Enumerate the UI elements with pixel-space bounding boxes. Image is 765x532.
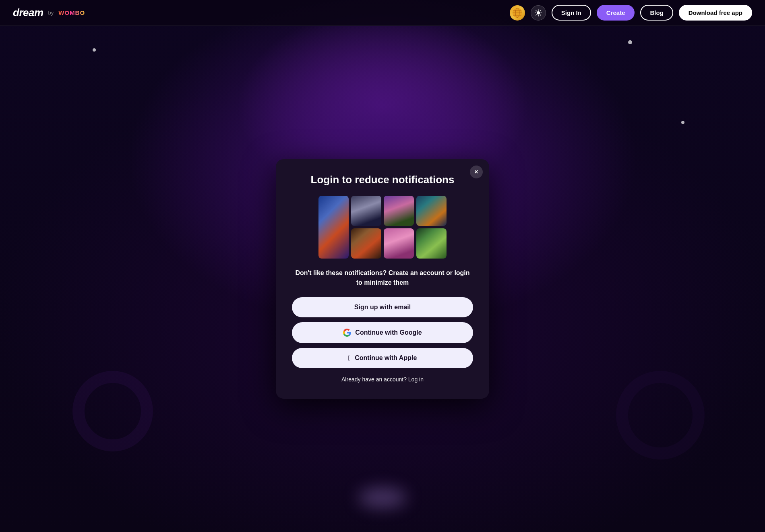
theme-toggle-button[interactable] bbox=[531, 5, 546, 21]
artwork-castle bbox=[318, 196, 349, 259]
svg-line-12 bbox=[540, 10, 540, 11]
navbar-logo: dream by WOMBO bbox=[13, 6, 85, 19]
login-link[interactable]: Already have an account? Log in bbox=[292, 376, 473, 383]
login-modal: × Login to reduce notifications Don't li… bbox=[276, 159, 489, 399]
artwork-grid bbox=[292, 196, 473, 259]
sun-icon bbox=[535, 9, 542, 17]
navbar-actions: Sign In Create Blog Download free app bbox=[510, 5, 752, 21]
artwork-portrait bbox=[351, 228, 381, 259]
artwork-blue-lady bbox=[416, 196, 447, 226]
google-signin-button[interactable]: Continue with Google bbox=[292, 322, 473, 343]
modal-title: Login to reduce notifications bbox=[292, 174, 473, 186]
logo-by: by bbox=[48, 10, 54, 16]
globe-icon bbox=[512, 7, 523, 19]
modal-close-button[interactable]: × bbox=[470, 166, 483, 178]
apple-button-label: Continue with Apple bbox=[355, 354, 417, 362]
svg-line-10 bbox=[536, 10, 536, 11]
email-button-label: Sign up with email bbox=[354, 304, 411, 311]
signin-button[interactable]: Sign In bbox=[552, 5, 591, 21]
logo-wombo: WOMBO bbox=[58, 9, 85, 16]
navbar: dream by WOMBO bbox=[0, 0, 765, 26]
google-button-label: Continue with Google bbox=[355, 329, 422, 336]
modal-subtitle: Don't like these notifications? Create a… bbox=[292, 268, 473, 288]
main-content: × Login to reduce notifications Don't li… bbox=[0, 26, 765, 532]
language-globe-button[interactable] bbox=[510, 5, 525, 21]
blog-button[interactable]: Blog bbox=[640, 5, 673, 21]
artwork-pink-path bbox=[384, 228, 414, 259]
artwork-fairy bbox=[416, 228, 447, 259]
signup-email-button[interactable]: Sign up with email bbox=[292, 297, 473, 317]
google-icon bbox=[343, 329, 351, 337]
artwork-angel bbox=[351, 196, 381, 226]
create-button[interactable]: Create bbox=[597, 5, 635, 21]
svg-line-13 bbox=[536, 14, 536, 15]
download-button[interactable]: Download free app bbox=[679, 5, 752, 21]
apple-icon:  bbox=[348, 354, 351, 362]
artwork-forest bbox=[384, 196, 414, 226]
apple-signin-button[interactable]:  Continue with Apple bbox=[292, 348, 473, 368]
svg-line-11 bbox=[540, 14, 540, 15]
logo-dream: dream bbox=[13, 6, 43, 19]
svg-point-5 bbox=[537, 11, 540, 14]
modal-overlay: × Login to reduce notifications Don't li… bbox=[0, 26, 765, 532]
